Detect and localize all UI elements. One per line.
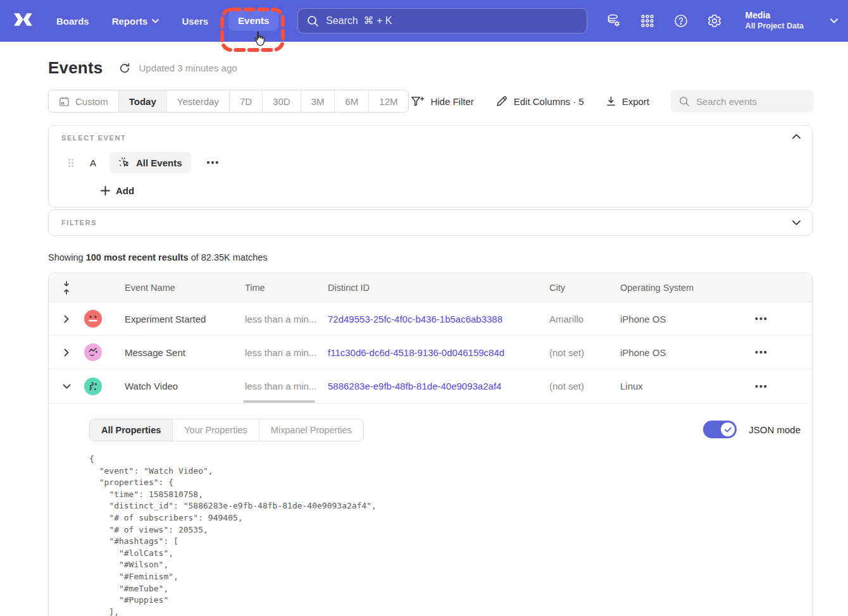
collapse-all-rows-icon[interactable] <box>62 281 71 295</box>
nav-item-events-wrapper: Events <box>228 15 278 27</box>
event-json-viewer[interactable]: { "event": "Watch Video", "properties": … <box>89 453 799 616</box>
project-selector[interactable]: Media All Project Data <box>745 10 804 31</box>
filters-label: FILTERS <box>61 219 97 226</box>
cell-city: (not set) <box>549 381 620 391</box>
events-search[interactable] <box>671 90 814 113</box>
mixpanel-logo-icon[interactable] <box>13 13 34 30</box>
range-today[interactable]: Today <box>119 90 167 112</box>
cell-os: iPhone OS <box>620 347 737 358</box>
clause-more-button[interactable]: ••• <box>207 157 220 168</box>
results-summary-count: 100 most recent results <box>86 252 189 262</box>
table-row-expanded[interactable]: Watch Video less than a min... 5886283e-… <box>49 369 812 403</box>
global-search-input[interactable] <box>326 15 578 27</box>
nav-item-users[interactable]: Users <box>182 16 208 27</box>
check-icon <box>725 427 732 433</box>
event-selector-chip[interactable]: All Events <box>109 152 191 173</box>
clause-letter: A <box>90 157 96 168</box>
cell-event-name: Message Sent <box>125 347 245 358</box>
cell-event-name: Watch Video <box>125 381 245 391</box>
data-management-icon[interactable] <box>606 13 621 28</box>
column-header-distinct-id[interactable]: Distinct ID <box>328 283 549 293</box>
tab-mixpanel-properties[interactable]: Mixpanel Properties <box>259 419 363 441</box>
cell-time: less than a min... <box>245 381 328 391</box>
filter-funnel-icon <box>411 95 425 108</box>
row-more-button[interactable]: ••• <box>737 314 813 324</box>
collapse-section-icon[interactable] <box>792 134 801 139</box>
column-header-city[interactable]: City <box>549 283 620 293</box>
help-icon[interactable] <box>673 13 689 28</box>
tab-your-properties[interactable]: Your Properties <box>173 419 259 441</box>
range-yesterday[interactable]: Yesterday <box>167 90 230 112</box>
table-row[interactable]: Experiment Started less than a min... 72… <box>49 302 812 336</box>
calendar-icon <box>59 96 70 107</box>
add-label: Add <box>116 185 134 196</box>
range-3m[interactable]: 3M <box>301 90 335 112</box>
row-more-button[interactable]: ••• <box>737 381 813 391</box>
table-row[interactable]: Message Sent less than a min... f11c30d6… <box>49 336 812 369</box>
results-summary: Showing 100 most recent results of 82.35… <box>48 252 268 262</box>
nav-item-reports-label: Reports <box>112 16 148 27</box>
nav-item-reports[interactable]: Reports <box>112 16 159 27</box>
nav-item-users-label: Users <box>182 16 208 27</box>
drag-handle-icon[interactable] <box>68 158 74 168</box>
range-12m[interactable]: 12M <box>369 90 408 112</box>
table-header-row: Event Name Time Distinct ID City Operati… <box>49 273 812 302</box>
cell-city: Amarillo <box>549 314 620 324</box>
chevron-down-icon[interactable] <box>830 18 838 23</box>
pencil-icon <box>496 95 508 108</box>
nav-item-events[interactable]: Events <box>228 10 278 31</box>
apps-grid-icon[interactable] <box>640 13 655 28</box>
nav-item-boards[interactable]: Boards <box>56 16 89 27</box>
range-7d[interactable]: 7D <box>230 90 263 112</box>
cell-distinct-id-link[interactable]: 5886283e-e9fb-48fb-81de-40e9093a2af4 <box>328 381 549 391</box>
plus-icon <box>101 186 110 195</box>
events-table: Event Name Time Distinct ID City Operati… <box>48 273 813 616</box>
events-search-input[interactable] <box>696 96 806 107</box>
page-header: Events Updated 3 minutes ago <box>48 58 237 78</box>
select-event-panel: SELECT EVENT A All Events ••• Add <box>48 125 813 207</box>
download-icon <box>606 95 616 107</box>
chevron-down-icon <box>152 19 159 23</box>
column-header-time[interactable]: Time <box>245 283 328 293</box>
updated-timestamp: Updated 3 minutes ago <box>139 63 237 73</box>
top-navbar: Boards Reports Users Events <box>0 0 848 42</box>
chevron-right-icon[interactable] <box>64 348 69 357</box>
add-event-button[interactable]: Add <box>101 185 134 196</box>
cell-event-name: Experiment Started <box>125 314 245 324</box>
tab-all-properties[interactable]: All Properties <box>90 419 173 441</box>
cell-distinct-id-link[interactable]: f11c30d6-dc6d-4518-9136-0d046159c84d <box>328 347 549 358</box>
chevron-right-icon[interactable] <box>64 315 69 323</box>
search-icon <box>679 96 690 107</box>
filters-panel[interactable]: FILTERS <box>48 209 813 236</box>
avatar-face-icon <box>84 378 102 395</box>
cell-os: Linux <box>620 381 737 391</box>
range-custom[interactable]: Custom <box>49 90 119 112</box>
range-30d[interactable]: 30D <box>263 90 301 112</box>
json-mode-control: JSON mode <box>703 421 801 438</box>
page-title: Events <box>48 58 103 78</box>
export-label: Export <box>622 96 649 107</box>
json-mode-toggle[interactable] <box>703 421 737 438</box>
range-6m[interactable]: 6M <box>335 90 369 112</box>
settings-gear-icon[interactable] <box>707 13 722 28</box>
global-search[interactable] <box>297 8 587 34</box>
event-avatar <box>84 310 102 328</box>
refresh-icon[interactable] <box>119 63 130 74</box>
cell-os: iPhone OS <box>620 314 737 324</box>
navbar-right-cluster: Media All Project Data <box>606 0 838 42</box>
row-more-button[interactable]: ••• <box>737 347 813 357</box>
column-header-event-name[interactable]: Event Name <box>125 283 245 293</box>
export-button[interactable]: Export <box>606 95 649 107</box>
cell-distinct-id-link[interactable]: 72d49553-25fc-4f0c-b436-1b5ac6ab3388 <box>328 314 549 324</box>
chevron-down-icon[interactable] <box>63 384 71 389</box>
avatar-face-icon <box>84 310 102 328</box>
column-header-os[interactable]: Operating System <box>620 283 737 293</box>
properties-tabs: All Properties Your Properties Mixpanel … <box>89 419 364 441</box>
edit-columns-button[interactable]: Edit Columns · 5 <box>496 95 584 108</box>
cell-city: (not set) <box>549 347 620 358</box>
cell-time: less than a min... <box>245 314 328 324</box>
hide-filter-button[interactable]: Hide Filter <box>411 95 473 108</box>
date-range-control: Custom Today Yesterday 7D 30D 3M 6M 12M <box>48 90 409 113</box>
expand-section-icon[interactable] <box>792 220 801 225</box>
select-event-label: SELECT EVENT <box>61 134 126 142</box>
